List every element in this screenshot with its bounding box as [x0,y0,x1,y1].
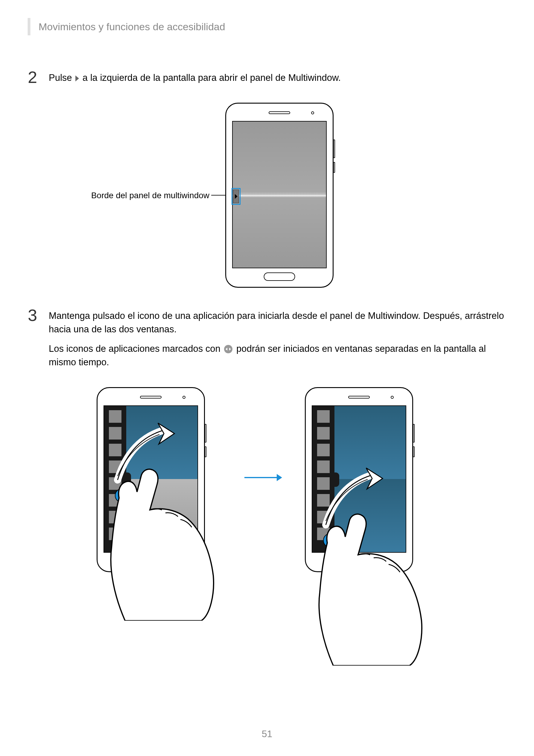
step-2: 2 Pulse a la izquierda de la pantalla pa… [25,71,507,91]
phone-illustration-right [305,387,413,572]
home-button-icon [264,272,295,281]
dual-window-capable-icon [224,345,232,353]
step-number: 3 [28,307,49,375]
figure-drag-app [23,387,505,624]
home-button-icon [343,557,375,565]
tray-app-icon [109,477,121,490]
step2-text-b: a la izquierda de la pantalla para abrir… [83,72,341,83]
side-button-icon [413,446,415,457]
speaker-icon [348,396,370,398]
home-button-icon [135,557,166,565]
step-3: 3 Mantenga pulsado el icono de una aplic… [25,309,507,375]
tray-handle-icon [126,472,131,487]
app-tray [104,406,126,552]
tray-app-icon [317,477,330,490]
page-number: 51 [262,728,272,740]
chevron-right-icon [75,75,79,81]
step-number: 2 [28,69,49,91]
tray-app-icon [109,444,121,456]
step-body: Pulse a la izquierda de la pantalla para… [49,71,507,91]
camera-dot-icon [183,396,186,399]
callout-line [211,195,225,196]
header-title: Movimientos y funciones de accesibilidad [38,21,225,33]
camera-dot-icon [311,111,314,114]
side-button-icon [333,162,335,173]
side-button-icon [205,446,206,457]
header-mark-icon [28,18,30,35]
phone-screen [232,121,327,268]
camera-dot-icon [391,396,394,399]
step-body: Mantenga pulsado el icono de una aplicac… [49,309,507,375]
tray-app-icon [109,461,121,473]
step3-text-a: Los iconos de aplicaciones marcados con [49,343,223,354]
tray-app-icon [317,494,330,507]
tray-app-icon [109,527,121,540]
phone-screen [104,405,198,553]
figure-multiwindow-handle: Borde del panel de multiwindow [25,103,507,294]
step2-text-a: Pulse [49,72,74,83]
multiwindow-handle-highlight [232,188,241,205]
tray-app-icon [317,410,330,423]
tray-app-icon [109,410,121,423]
page-header: Movimientos y funciones de accesibilidad [28,18,507,35]
tray-app-icon [317,427,330,440]
side-button-icon [333,140,335,158]
step3-paragraph-1: Mantenga pulsado el icono de una aplicac… [49,309,507,336]
tray-app-icon [317,511,330,523]
side-button-icon [413,424,415,443]
speaker-icon [140,396,162,398]
tray-app-icon [317,444,330,456]
app-tray [312,406,335,552]
tray-app-icon [317,461,330,473]
speaker-icon [269,111,290,114]
tray-app-icon [109,427,121,440]
callout-label: Borde del panel de multiwindow [66,191,209,200]
phone-screen [312,405,406,553]
transition-arrow-icon [244,477,277,478]
phone-illustration-left [97,387,205,572]
selected-app-icon [323,533,338,548]
tray-handle-icon [335,472,339,487]
multiwindow-handle-icon [233,190,239,203]
tray-app-icon [109,511,121,523]
selected-app-icon [115,488,129,503]
phone-illustration [225,103,334,288]
side-button-icon [205,424,206,443]
